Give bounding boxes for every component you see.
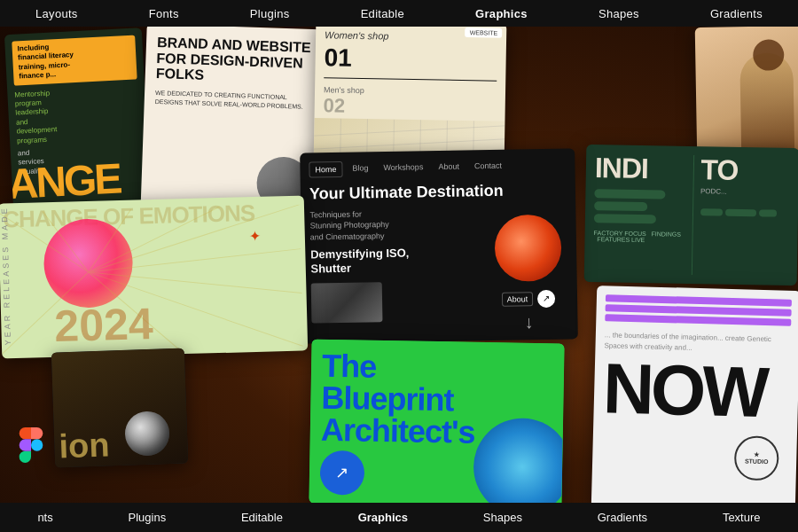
figma-icon[interactable] <box>13 427 49 463</box>
svg-line-11 <box>87 209 133 272</box>
bottom-nav-gradients[interactable]: Gradients <box>598 511 647 524</box>
svg-line-12 <box>87 207 222 272</box>
bottom-navigation: nts Plugins Editable Graphics Shapes Gra… <box>0 503 798 532</box>
nav-fonts[interactable]: Fonts <box>149 7 179 20</box>
ngo-card[interactable]: Includingfinancial literacytraining, mic… <box>4 27 151 212</box>
nav-plugins[interactable]: Plugins <box>250 7 290 20</box>
photo-card[interactable] <box>695 27 798 160</box>
svg-line-13 <box>87 205 301 272</box>
svg-line-9 <box>0 210 89 275</box>
photography-card[interactable]: Home Blog Workshops About Contact Your U… <box>300 148 578 343</box>
shop-card[interactable]: WEBSITE Women's shop 01 Men's shop 02 <box>314 27 507 166</box>
ion-card[interactable]: ion <box>51 348 188 467</box>
bottom-nav-nts[interactable]: nts <box>37 511 52 524</box>
indi-podcast-card[interactable]: INDI FACTORY FOCUS FINDINGS FEATURES LIV… <box>584 145 798 286</box>
main-canvas: Includingfinancial literacytraining, mic… <box>0 27 798 503</box>
bottom-nav-editable[interactable]: Editable <box>241 511 283 524</box>
nav-shapes[interactable]: Shapes <box>598 7 639 20</box>
svg-line-14 <box>88 249 301 272</box>
bottom-nav-texture[interactable]: Texture <box>723 511 761 524</box>
svg-line-10 <box>43 210 89 273</box>
svg-line-0 <box>314 122 505 139</box>
nav-layouts[interactable]: Layouts <box>35 7 78 20</box>
bottom-nav-plugins[interactable]: Plugins <box>129 511 167 524</box>
bottom-nav-shapes[interactable]: Shapes <box>483 511 522 524</box>
nav-editable[interactable]: Editable <box>361 7 404 20</box>
svg-line-15 <box>89 267 302 299</box>
brand-website-card[interactable]: BRAND AND WEBSITE FOR DESIGN-DRIVEN FOLK… <box>140 27 324 220</box>
now-card[interactable]: ... the boundaries of the imagination...… <box>591 286 798 503</box>
nav-graphics[interactable]: Graphics <box>475 7 528 20</box>
blueprint-card[interactable]: TheBlueprintArchitect's Modelling (BIM) … <box>309 340 564 503</box>
emotions-card[interactable]: CHANGE OF EMOTIONS ✦ YEAR RELEASES MADE … <box>0 196 308 359</box>
nav-gradients[interactable]: Gradients <box>710 7 763 20</box>
bottom-nav-graphics[interactable]: Graphics <box>358 511 408 524</box>
top-navigation: Layouts Fonts Plugins Editable Graphics … <box>0 0 798 27</box>
